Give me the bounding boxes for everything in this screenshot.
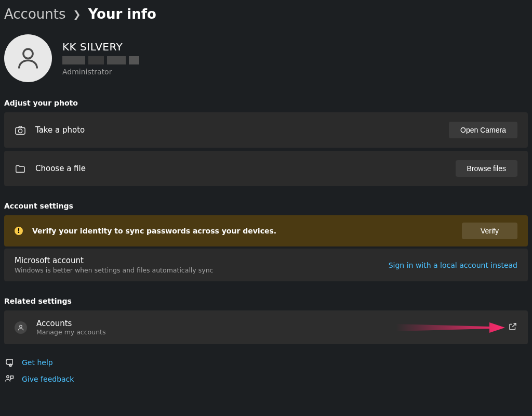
take-photo-label: Take a photo — [35, 125, 440, 135]
person-small-icon — [15, 321, 27, 334]
microsoft-account-title: Microsoft account — [15, 256, 379, 265]
profile-header: KK SILVERY Administrator — [4, 34, 528, 82]
microsoft-account-row: Microsoft account Windows is better when… — [4, 249, 528, 281]
folder-icon — [15, 163, 26, 174]
svg-point-2 — [18, 129, 22, 133]
get-help-row: ? Get help — [4, 358, 528, 367]
give-feedback-link[interactable]: Give feedback — [22, 375, 74, 383]
section-title-account: Account settings — [4, 202, 528, 210]
profile-email-redacted — [62, 56, 139, 64]
open-external-icon — [508, 322, 517, 333]
take-photo-row: Take a photo Open Camera — [4, 112, 528, 148]
get-help-link[interactable]: Get help — [22, 358, 53, 367]
svg-point-7 — [7, 375, 9, 378]
chevron-right-icon: ❯ — [73, 9, 81, 20]
verify-button[interactable]: Verify — [462, 223, 517, 239]
section-title-photo: Adjust your photo — [4, 99, 528, 107]
profile-name: KK SILVERY — [62, 41, 139, 53]
give-feedback-row: Give feedback — [4, 374, 528, 384]
related-accounts-title: Accounts — [36, 319, 499, 328]
local-account-link[interactable]: Sign in with a local account instead — [389, 261, 517, 269]
verify-identity-text: Verify your identity to sync passwords a… — [32, 227, 453, 235]
verify-identity-banner: ! Verify your identity to sync passwords… — [4, 215, 528, 246]
camera-icon — [15, 125, 26, 135]
avatar — [4, 34, 52, 82]
profile-role: Administrator — [62, 68, 139, 76]
section-title-related: Related settings — [4, 297, 528, 305]
breadcrumb-parent[interactable]: Accounts — [4, 6, 66, 22]
feedback-icon — [4, 374, 15, 384]
warning-icon: ! — [15, 227, 23, 235]
breadcrumb: Accounts ❯ Your info — [4, 6, 528, 22]
help-icon: ? — [4, 358, 15, 367]
svg-rect-1 — [16, 127, 25, 134]
choose-file-row: Choose a file Browse files — [4, 151, 528, 186]
svg-text:?: ? — [10, 365, 11, 367]
svg-point-0 — [23, 49, 33, 58]
open-camera-button[interactable]: Open Camera — [449, 122, 517, 138]
browse-files-button[interactable]: Browse files — [456, 160, 517, 177]
svg-point-3 — [20, 325, 22, 328]
related-accounts-row[interactable]: Accounts Manage my accounts — [4, 310, 528, 344]
choose-file-label: Choose a file — [35, 164, 446, 173]
related-accounts-subtitle: Manage my accounts — [36, 328, 499, 336]
breadcrumb-current: Your info — [88, 6, 156, 22]
person-icon — [15, 45, 42, 72]
footer-links: ? Get help Give feedback — [4, 358, 528, 384]
microsoft-account-subtitle: Windows is better when settings and file… — [15, 266, 379, 274]
